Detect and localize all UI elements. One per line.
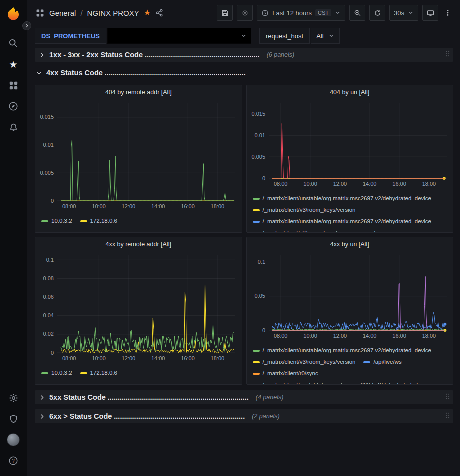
time-series-chart: 08:0010:0012:0014:0016:0018:0000.050.1 <box>247 251 453 343</box>
legend-item[interactable]: /sw.js <box>363 228 387 233</box>
variable-label-ds-prometheus[interactable]: DS_PROMETHEUS <box>35 28 106 44</box>
refresh-interval-select[interactable]: 30s <box>389 5 418 21</box>
variable-label-request-host[interactable]: request_host <box>259 28 310 44</box>
settings-gear-icon[interactable] <box>2 387 24 408</box>
refresh-button[interactable] <box>369 5 385 21</box>
legend-series-color <box>253 198 260 200</box>
share-icon[interactable] <box>155 9 163 17</box>
variable-value-request-host[interactable]: All <box>311 28 339 44</box>
row-dots: ........................................… <box>105 69 246 77</box>
row-1xx-3xx-2xx[interactable]: 1xx - 3xx - 2xx Status Code ............… <box>35 48 453 62</box>
panel-404-by-remote-addr: 404 by remote addr [All] 08:0010:0012:00… <box>35 85 242 233</box>
svg-text:08:00: 08:00 <box>62 203 76 209</box>
row-dots: ........................................… <box>108 393 249 401</box>
legend-series-color <box>41 220 48 222</box>
star-icon[interactable]: ★ <box>2 54 24 75</box>
legend-series-color <box>80 220 87 222</box>
variables-bar: DS_PROMETHEUS request_host All <box>35 28 340 44</box>
tv-mode-button[interactable] <box>422 5 438 21</box>
apps-grid-icon[interactable] <box>36 9 44 17</box>
legend-series-label: /_matrix/client/unstable/org.matrix.msc2… <box>263 193 432 204</box>
svg-text:10:00: 10:00 <box>92 355 106 361</box>
legend-item[interactable]: /_matrix/client/v3/room_keys/version <box>253 205 356 215</box>
legend-series-color <box>253 232 260 233</box>
legend-item[interactable]: /api/live/ws <box>363 357 401 367</box>
dashboards-grid-icon[interactable] <box>2 75 24 96</box>
legend-item[interactable]: /_matrix/client/v3/room_keys/version <box>253 357 356 367</box>
row-4xx[interactable]: 4xx Status Code ........................… <box>36 67 453 79</box>
legend-item[interactable]: 10.0.3.2 <box>41 368 72 378</box>
panel-title[interactable]: 4xx by remote addr [All] <box>35 237 242 251</box>
row-6xx[interactable]: 6xx > Status Code ......................… <box>35 409 453 423</box>
svg-text:0: 0 <box>51 198 54 204</box>
row-panel-count: (2 panels) <box>252 413 280 420</box>
sidebar-expand-button[interactable] <box>22 21 31 30</box>
legend-series-color <box>253 350 260 352</box>
time-range-picker[interactable]: Last 12 hours CST <box>257 5 345 21</box>
search-icon[interactable] <box>2 33 24 54</box>
chevron-down-icon <box>36 70 42 76</box>
panel-4xx-by-uri: 4xx by uri [All] 08:0010:0012:0014:0016:… <box>246 237 454 385</box>
zoom-out-button[interactable] <box>349 5 365 21</box>
panel-title[interactable]: 4xx by uri [All] <box>247 237 453 251</box>
legend-series-label: 10.0.3.2 <box>51 368 72 378</box>
kebab-menu-icon[interactable] <box>442 5 453 21</box>
favorite-star-icon[interactable]: ★ <box>144 9 151 17</box>
dashboard-content: 1xx - 3xx - 2xx Status Code ............… <box>35 48 453 428</box>
panel-4xx-by-remote-addr: 4xx by remote addr [All] 08:0010:0012:00… <box>35 237 242 385</box>
svg-text:10:00: 10:00 <box>92 203 106 209</box>
variable-value-ds-prometheus[interactable] <box>107 28 251 44</box>
chevron-down-icon <box>335 10 341 16</box>
sidebar-bottom: ? <box>2 387 24 471</box>
legend-item[interactable]: /_matrix/client/unstable/org.matrix.msc2… <box>253 380 432 385</box>
legend-series-label: /api/live/ws <box>373 357 401 367</box>
page-title[interactable]: NGINX PROXY <box>87 9 139 17</box>
legend-item[interactable]: /_matrix/client/r0/sync <box>253 368 318 379</box>
legend-series-label: /_matrix/client/unstable/org.matrix.msc2… <box>263 380 432 385</box>
panel-title[interactable]: 404 by remote addr [All] <box>35 85 242 99</box>
drag-handle-icon[interactable] <box>445 412 450 421</box>
panel-grid: 404 by remote addr [All] 08:0010:0012:00… <box>35 85 453 385</box>
legend-series-label: /_matrix/client/unstable/org.matrix.msc2… <box>263 345 432 356</box>
svg-text:0.1: 0.1 <box>257 259 265 265</box>
svg-text:12:00: 12:00 <box>333 333 347 339</box>
explore-compass-icon[interactable] <box>2 96 24 117</box>
row-5xx[interactable]: 5xx Status Code ........................… <box>35 390 453 404</box>
alerting-bell-icon[interactable] <box>2 117 24 138</box>
grafana-logo-icon[interactable] <box>6 7 21 22</box>
chevron-down-icon <box>408 10 414 16</box>
breadcrumb-section[interactable]: General <box>49 9 76 17</box>
svg-text:08:00: 08:00 <box>273 181 287 187</box>
legend: 10.0.3.2172.18.0.6 <box>35 368 242 378</box>
svg-text:0.02: 0.02 <box>43 331 54 337</box>
drag-handle-icon[interactable] <box>445 50 450 59</box>
legend-series-color <box>80 372 87 374</box>
legend-item[interactable]: /_matrix/client/unstable/org.matrix.msc2… <box>253 216 432 227</box>
toolbar-actions: Last 12 hours CST 30s <box>217 5 453 21</box>
chevron-right-icon <box>39 413 45 420</box>
legend-item[interactable]: 172.18.0.6 <box>80 368 117 378</box>
legend-series-label: /_matrix/client/v3/room_keys/version <box>263 357 356 367</box>
svg-text:0.04: 0.04 <box>43 312 54 318</box>
svg-text:12:00: 12:00 <box>333 181 347 187</box>
legend-item[interactable]: /_matrix/client/unstable/org.matrix.msc2… <box>253 345 432 356</box>
svg-text:08:00: 08:00 <box>273 333 287 339</box>
admin-shield-icon[interactable] <box>2 408 24 429</box>
save-dashboard-button[interactable] <box>217 5 233 21</box>
user-avatar[interactable] <box>2 429 24 450</box>
legend-item[interactable]: 172.18.0.6 <box>80 216 117 226</box>
svg-text:16:00: 16:00 <box>392 333 406 339</box>
legend-series-label: 172.18.0.6 <box>90 216 117 226</box>
row-title: 1xx - 3xx - 2xx Status Code <box>49 51 143 59</box>
help-icon[interactable]: ? <box>2 450 24 471</box>
svg-text:0.08: 0.08 <box>43 275 54 281</box>
panel-title[interactable]: 404 by uri [All] <box>247 85 453 99</box>
svg-text:0.015: 0.015 <box>251 111 265 117</box>
legend-item[interactable]: 10.0.3.2 <box>41 216 72 226</box>
legend-series-color <box>253 209 260 211</box>
legend-item[interactable]: /_matrix/client/v3/room_keys/version <box>253 228 356 233</box>
legend-item[interactable]: /_matrix/client/unstable/org.matrix.msc2… <box>253 193 432 204</box>
drag-handle-icon[interactable] <box>445 393 450 402</box>
svg-text:12:00: 12:00 <box>122 355 136 361</box>
dashboard-settings-button[interactable] <box>237 5 253 21</box>
